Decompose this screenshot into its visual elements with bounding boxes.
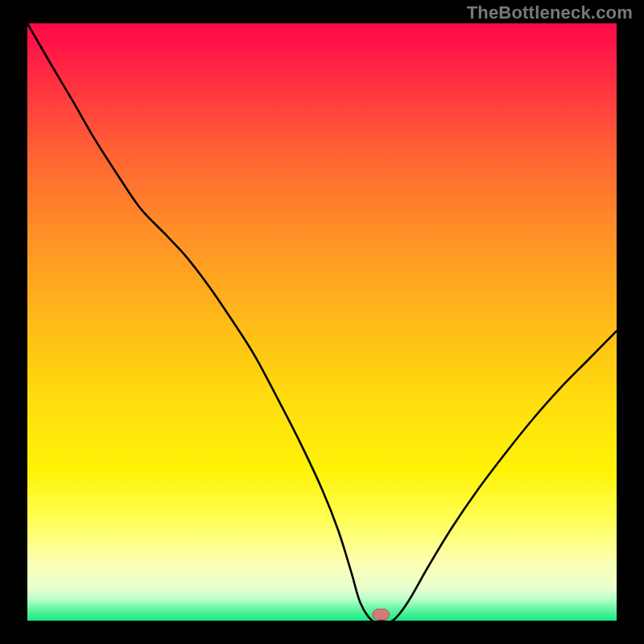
bottleneck-chart [0,0,644,644]
plot-background [27,23,617,621]
frame-right [617,0,644,644]
chart-container: TheBottleneck.com [0,0,644,644]
optimal-point-marker [373,609,389,620]
frame-left [0,0,27,644]
watermark-text: TheBottleneck.com [467,2,633,23]
frame-bottom [0,621,644,644]
